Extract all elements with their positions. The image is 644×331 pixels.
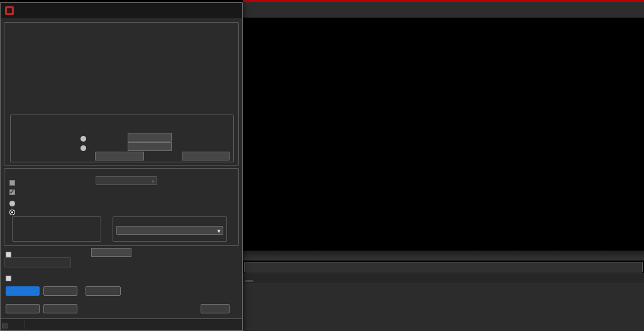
exclude-radio[interactable] — [80, 142, 91, 154]
edge-group — [12, 216, 101, 242]
placement-position-group: ▼ ▼ — [4, 168, 239, 246]
dialog-titlebar[interactable] — [1, 3, 242, 18]
unplace-button[interactable] — [43, 286, 77, 296]
app-icon — [5, 6, 14, 15]
pcb-canvas[interactable] — [243, 18, 644, 250]
tab-groups[interactable] — [245, 280, 253, 282]
help-button[interactable] — [201, 304, 230, 313]
panel-divider — [243, 250, 644, 261]
dialog-statusbar — [1, 318, 242, 330]
quickplace-dialog: ▼ ▼ — [0, 3, 243, 331]
ok-button[interactable] — [6, 304, 40, 313]
max-pins-field[interactable] — [182, 152, 230, 160]
overlap-field[interactable] — [91, 248, 131, 257]
undo-last-place-button — [4, 257, 71, 267]
maximize-button — [203, 3, 222, 18]
resize-grip-icon[interactable] — [2, 323, 8, 328]
application-window: ▼ ▼ — [0, 0, 644, 331]
modules-checkbox[interactable] — [6, 272, 15, 284]
table-tab-strip — [243, 273, 644, 283]
include-field[interactable] — [128, 133, 172, 142]
minimize-button[interactable] — [183, 3, 202, 18]
board-layer-combo[interactable]: ▼ — [116, 226, 223, 235]
cancel-button[interactable] — [43, 304, 77, 313]
exclude-field[interactable] — [128, 142, 172, 151]
board-layer-group: ▼ — [113, 216, 227, 242]
placement-table — [243, 283, 644, 331]
pcb-drawing — [243, 18, 644, 250]
horizontal-scrollbar[interactable] — [244, 262, 643, 272]
partition-combo: ▼ — [96, 176, 157, 185]
min-pins-field[interactable] — [95, 152, 144, 160]
refdes-group — [10, 115, 234, 162]
place-button[interactable] — [6, 286, 40, 296]
viewlog-button[interactable] — [86, 286, 121, 296]
parent-pins-checkbox — [9, 186, 19, 198]
close-button[interactable] — [222, 3, 241, 18]
placement-filter-group — [4, 22, 239, 166]
main-toolbar — [243, 0, 644, 18]
